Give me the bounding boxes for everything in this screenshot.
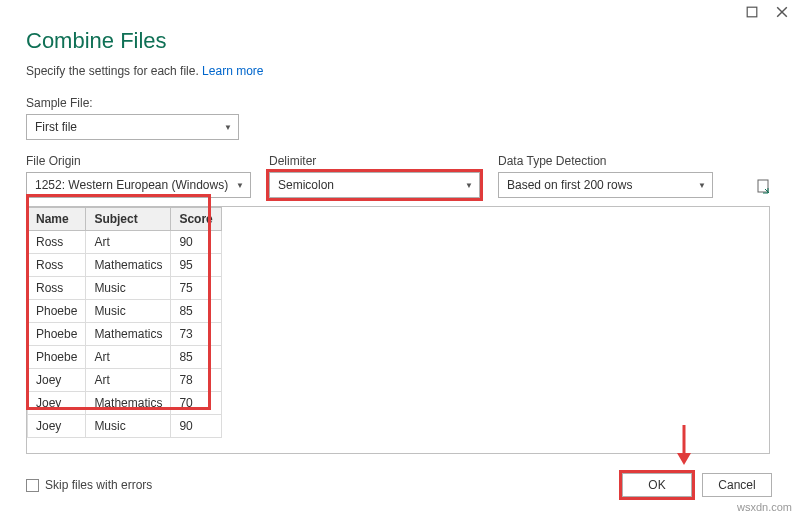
table-cell: Ross [28, 277, 86, 300]
checkbox-icon [26, 479, 39, 492]
detection-value: Based on first 200 rows [507, 178, 632, 192]
detection-dropdown[interactable]: Based on first 200 rows ▼ [498, 172, 713, 198]
chevron-down-icon: ▼ [465, 181, 473, 190]
table-row: JoeyMusic90 [28, 415, 222, 438]
svg-rect-0 [747, 7, 757, 17]
table-row: JoeyArt78 [28, 369, 222, 392]
table-cell: 95 [171, 254, 221, 277]
table-cell: Joey [28, 392, 86, 415]
column-header[interactable]: Subject [86, 208, 171, 231]
delimiter-label: Delimiter [269, 154, 480, 168]
table-row: PhoebeMusic85 [28, 300, 222, 323]
sample-file-section: Sample File: First file ▼ [26, 96, 772, 140]
maximize-icon[interactable] [746, 6, 758, 18]
table-cell: Art [86, 369, 171, 392]
table-cell: Art [86, 231, 171, 254]
table-cell: Joey [28, 369, 86, 392]
sample-file-value: First file [35, 120, 77, 134]
refresh-preview-icon[interactable] [756, 178, 772, 194]
close-icon[interactable] [776, 6, 788, 18]
file-origin-dropdown[interactable]: 1252: Western European (Windows) ▼ [26, 172, 251, 198]
learn-more-link[interactable]: Learn more [202, 64, 263, 78]
table-cell: 78 [171, 369, 221, 392]
page-subtitle: Specify the settings for each file. Lear… [26, 64, 772, 78]
chevron-down-icon: ▼ [224, 123, 232, 132]
table-cell: Music [86, 415, 171, 438]
sample-file-label: Sample File: [26, 96, 772, 110]
delimiter-value: Semicolon [278, 178, 334, 192]
table-row: RossMusic75 [28, 277, 222, 300]
watermark: wsxdn.com [737, 501, 792, 513]
table-row: RossArt90 [28, 231, 222, 254]
table-cell: Mathematics [86, 254, 171, 277]
chevron-down-icon: ▼ [698, 181, 706, 190]
table-cell: Phoebe [28, 323, 86, 346]
detection-label: Data Type Detection [498, 154, 713, 168]
page-title: Combine Files [26, 28, 772, 54]
table-cell: Mathematics [86, 392, 171, 415]
file-origin-label: File Origin [26, 154, 251, 168]
table-cell: Phoebe [28, 300, 86, 323]
table-cell: Ross [28, 231, 86, 254]
chevron-down-icon: ▼ [236, 181, 244, 190]
table-cell: Art [86, 346, 171, 369]
table-row: PhoebeArt85 [28, 346, 222, 369]
skip-errors-checkbox[interactable]: Skip files with errors [26, 478, 152, 492]
table-cell: Music [86, 277, 171, 300]
cancel-button[interactable]: Cancel [702, 473, 772, 497]
subtitle-text: Specify the settings for each file. [26, 64, 199, 78]
delimiter-dropdown[interactable]: Semicolon ▼ [269, 172, 480, 198]
table-cell: 73 [171, 323, 221, 346]
detection-section: Data Type Detection Based on first 200 r… [498, 154, 713, 198]
table-cell: Phoebe [28, 346, 86, 369]
table-cell: 75 [171, 277, 221, 300]
sample-file-dropdown[interactable]: First file ▼ [26, 114, 239, 140]
table-row: JoeyMathematics70 [28, 392, 222, 415]
column-header[interactable]: Score [171, 208, 221, 231]
preview-panel: NameSubjectScoreRossArt90RossMathematics… [26, 206, 770, 454]
column-header[interactable]: Name [28, 208, 86, 231]
table-cell: 85 [171, 300, 221, 323]
delimiter-section: Delimiter Semicolon ▼ [269, 154, 480, 198]
table-cell: Joey [28, 415, 86, 438]
table-cell: Ross [28, 254, 86, 277]
table-cell: 85 [171, 346, 221, 369]
table-cell: 90 [171, 415, 221, 438]
table-row: PhoebeMathematics73 [28, 323, 222, 346]
table-cell: Music [86, 300, 171, 323]
file-origin-section: File Origin 1252: Western European (Wind… [26, 154, 251, 198]
ok-button[interactable]: OK [622, 473, 692, 497]
table-cell: 90 [171, 231, 221, 254]
table-cell: 70 [171, 392, 221, 415]
file-origin-value: 1252: Western European (Windows) [35, 178, 228, 192]
svg-marker-3 [677, 453, 691, 465]
skip-errors-label: Skip files with errors [45, 478, 152, 492]
table-row: RossMathematics95 [28, 254, 222, 277]
table-cell: Mathematics [86, 323, 171, 346]
preview-table: NameSubjectScoreRossArt90RossMathematics… [27, 207, 222, 438]
